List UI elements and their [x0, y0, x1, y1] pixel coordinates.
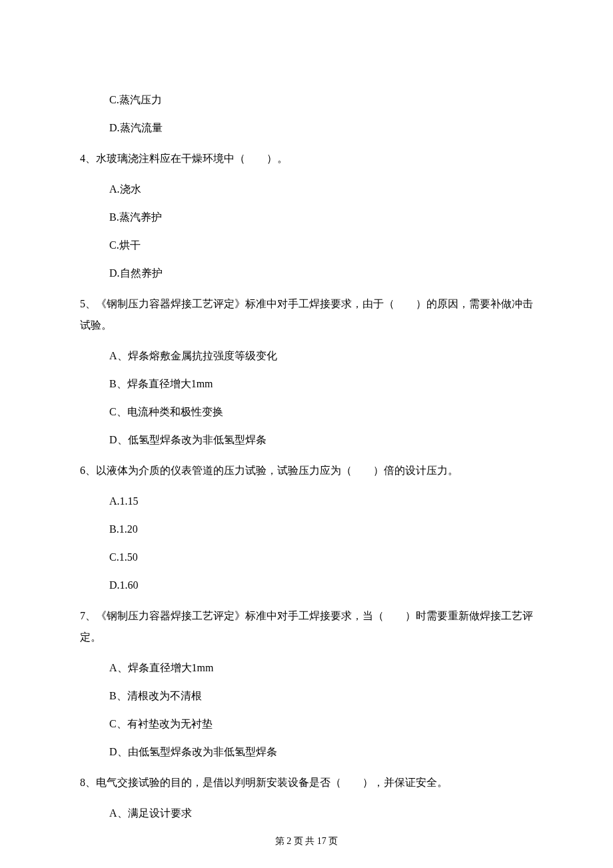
document-page: C.蒸汽压力 D.蒸汽流量 4、水玻璃浇注料应在干燥环境中（ ）。 A.浇水 B… — [0, 0, 613, 868]
q8-option-a: A、满足设计要求 — [80, 805, 533, 821]
q3-option-d: D.蒸汽流量 — [80, 120, 533, 136]
q4-option-b: B.蒸汽养护 — [80, 209, 533, 225]
q6-text: 6、以液体为介质的仪表管道的压力试验，试验压力应为（ ）倍的设计压力。 — [80, 460, 533, 481]
q5-option-c: C、电流种类和极性变换 — [80, 404, 533, 420]
q7-option-c: C、有衬垫改为无衬垫 — [80, 716, 533, 732]
q8-text: 8、电气交接试验的目的，是借以判明新安装设备是否（ ），并保证安全。 — [80, 772, 533, 793]
q4-option-a: A.浇水 — [80, 181, 533, 197]
q5-option-b: B、焊条直径增大1mm — [80, 376, 533, 392]
q6-option-b: B.1.20 — [80, 521, 533, 537]
q5-option-d: D、低氢型焊条改为非低氢型焊条 — [80, 432, 533, 448]
q5-option-a: A、焊条熔敷金属抗拉强度等级变化 — [80, 348, 533, 364]
q4-text: 4、水玻璃浇注料应在干燥环境中（ ）。 — [80, 148, 533, 169]
q4-option-c: C.烘干 — [80, 237, 533, 253]
q7-option-a: A、焊条直径增大1mm — [80, 660, 533, 676]
q3-option-c: C.蒸汽压力 — [80, 92, 533, 108]
q6-option-a: A.1.15 — [80, 493, 533, 509]
q7-text: 7、《钢制压力容器焊接工艺评定》标准中对手工焊接要求，当（ ）时需要重新做焊接工… — [80, 605, 533, 648]
q5-text: 5、《钢制压力容器焊接工艺评定》标准中对手工焊接要求，由于（ ）的原因，需要补做… — [80, 293, 533, 336]
page-footer: 第 2 页 共 17 页 — [0, 834, 613, 848]
q4-option-d: D.自然养护 — [80, 265, 533, 281]
q7-option-d: D、由低氢型焊条改为非低氢型焊条 — [80, 744, 533, 760]
q6-option-c: C.1.50 — [80, 549, 533, 565]
q6-option-d: D.1.60 — [80, 577, 533, 593]
q7-option-b: B、清根改为不清根 — [80, 688, 533, 704]
